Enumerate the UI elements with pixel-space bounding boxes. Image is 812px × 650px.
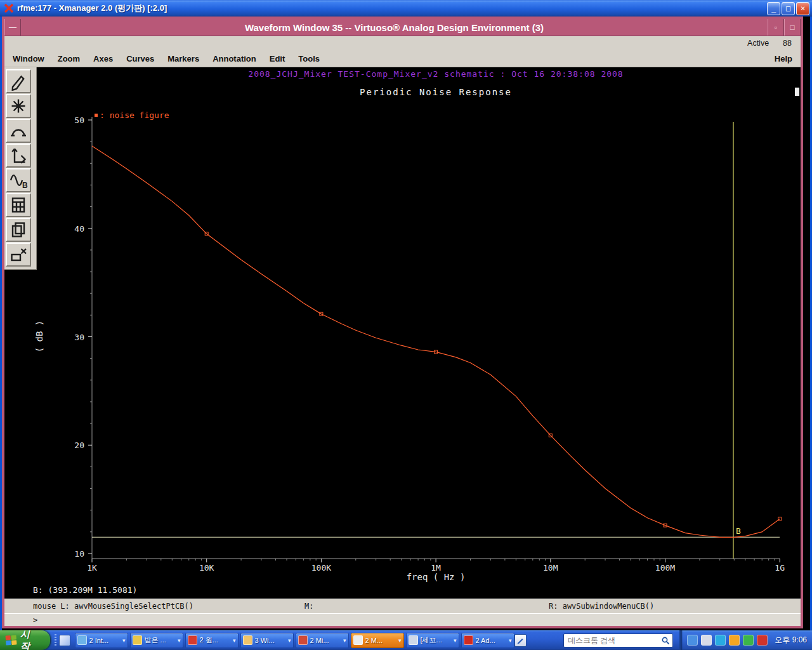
quick-launch-icon[interactable] xyxy=(59,635,70,646)
waveform-plot[interactable]: 1K10K100K1M10M100M1G1020304050B xyxy=(4,67,801,599)
menu-edit[interactable]: Edit xyxy=(268,53,287,65)
x11-desktop: — Waveform Window 35 -- Virtuoso® Analog… xyxy=(0,17,812,630)
taskbar-button-internet-explorer[interactable]: 2 Int...▾ xyxy=(75,633,128,648)
ime-icon[interactable] xyxy=(687,635,698,646)
waveform-titlebar[interactable]: — Waveform Window 35 -- Virtuoso® Analog… xyxy=(4,19,801,36)
chevron-down-icon[interactable]: ▾ xyxy=(343,637,346,644)
magnifier-icon[interactable] xyxy=(661,636,670,645)
xmanager-titlebar[interactable]: rfme:177 - Xmanager 2.0 (평가판) [:2.0] _ □… xyxy=(0,0,812,17)
chevron-down-icon[interactable]: ▾ xyxy=(122,637,126,644)
xmanager-title: rfme:177 - Xmanager 2.0 (평가판) [:2.0] xyxy=(17,3,767,14)
marker-b-label: B xyxy=(736,526,741,536)
marker-b-readout: B: (393.209M 11.5081) xyxy=(33,585,137,595)
task-button-group: 2 Int...▾받은 ...▾2 원...▾3 Wi...▾2 Mi...▾2… xyxy=(75,633,514,648)
display-icon[interactable] xyxy=(701,635,712,646)
taskbar-button-acrobat[interactable]: 2 Ad...▾ xyxy=(461,633,514,648)
x-tick-label: 100M xyxy=(655,563,675,573)
menu-list: WindowZoomAxesCurvesMarkersAnnotationEdi… xyxy=(11,53,331,64)
erase-tool-button[interactable] xyxy=(6,242,31,267)
active-row: Active 88 xyxy=(4,36,801,50)
start-button[interactable]: 시작 xyxy=(0,630,50,650)
clock[interactable]: 오후 9:06 xyxy=(775,635,807,646)
taskbar-button-folder[interactable]: 3 Wi...▾ xyxy=(240,633,294,648)
y-tick-label: 10 xyxy=(74,549,84,559)
legend-noise-figure[interactable]: : noise figure xyxy=(95,110,169,120)
mouse-bindings-bar: mouse L: awvMouseSingleSelectPtCB() M: R… xyxy=(4,599,801,613)
chevron-down-icon[interactable]: ▾ xyxy=(509,637,512,644)
arc-tool-button[interactable] xyxy=(6,119,31,143)
taskbar-button-office-doc[interactable]: 2 Mi...▾ xyxy=(296,633,349,648)
app-window-icon xyxy=(353,635,363,645)
y-tick-label: 40 xyxy=(74,224,84,234)
xmanager-icon xyxy=(4,3,14,13)
menu-annotation[interactable]: Annotation xyxy=(211,53,258,65)
prompt-symbol: > xyxy=(33,616,37,625)
taskbar-button-xmanager[interactable]: 2 원...▾ xyxy=(185,633,239,648)
messenger-icon[interactable] xyxy=(715,635,726,646)
menu-window[interactable]: Window xyxy=(11,53,46,65)
folder-icon xyxy=(243,635,252,645)
close-button[interactable]: × xyxy=(796,2,809,15)
plot-region: 1K10K100K1M10M100M1G1020304050B 2008_JCH… xyxy=(4,67,801,599)
chevron-down-icon[interactable]: ▾ xyxy=(454,637,457,644)
grip-handle[interactable] xyxy=(55,634,56,647)
active-count: 88 xyxy=(783,39,792,48)
copy-window-tool-button[interactable] xyxy=(6,218,31,242)
menu-markers[interactable]: Markers xyxy=(166,53,201,65)
noise-figure-curve[interactable] xyxy=(92,146,780,537)
y-axis-label: ( dB ) xyxy=(34,308,44,365)
subwindow-indicator[interactable] xyxy=(795,88,799,96)
crosshair-star-tool-button[interactable] xyxy=(6,94,31,118)
window-menu-button[interactable]: — xyxy=(4,19,21,36)
x-tick-label: 1G xyxy=(775,563,785,573)
x-axis-label: freq ( Hz ) xyxy=(407,572,466,582)
y-tick-label: 20 xyxy=(74,441,84,450)
mail-inbox-icon xyxy=(133,635,142,645)
taskbar-button-app-window[interactable]: 2 M...▾ xyxy=(351,633,404,648)
notepad-icon xyxy=(409,635,418,645)
menu-curves[interactable]: Curves xyxy=(124,53,156,65)
update-icon[interactable] xyxy=(729,635,740,646)
minimize-button[interactable]: _ xyxy=(767,2,780,15)
xmanager-icon xyxy=(188,635,197,645)
chevron-down-icon[interactable]: ▾ xyxy=(398,637,402,644)
x-tick-label: 1K xyxy=(87,563,97,573)
antivirus-icon[interactable] xyxy=(743,635,754,646)
wf-maximize-button[interactable]: □ xyxy=(784,19,801,36)
taskbar-button-label: 받은 ... xyxy=(145,635,178,645)
deskbar-options-icon[interactable] xyxy=(514,634,527,647)
taskbar-button-notepad[interactable]: [세꼬...▾ xyxy=(406,633,459,648)
taskbar-button-mail-inbox[interactable]: 받은 ...▾ xyxy=(130,633,183,648)
pencil-tool-button[interactable] xyxy=(6,69,31,93)
legend-label: : noise figure xyxy=(100,110,169,120)
alert-icon[interactable] xyxy=(757,635,768,646)
calculator-tool-button[interactable] xyxy=(6,193,31,217)
y-tick-label: 30 xyxy=(74,333,84,342)
chevron-down-icon[interactable]: ▾ xyxy=(233,637,236,644)
waveform-b-tool-button[interactable]: B xyxy=(6,168,31,192)
start-label: 시작 xyxy=(20,628,39,650)
waveform-window-title: Waveform Window 35 -- Virtuoso® Analog D… xyxy=(21,19,768,36)
screen: rfme:177 - Xmanager 2.0 (평가판) [:2.0] _ □… xyxy=(0,0,812,650)
windows-flag-icon xyxy=(5,635,16,645)
menu-help[interactable]: Help xyxy=(773,53,794,65)
menu-zoom[interactable]: Zoom xyxy=(56,53,82,65)
internet-explorer-icon xyxy=(77,635,87,645)
chevron-down-icon[interactable]: ▾ xyxy=(288,637,291,644)
chevron-down-icon[interactable]: ▾ xyxy=(178,637,181,644)
menubar: WindowZoomAxesCurvesMarkersAnnotationEdi… xyxy=(4,50,801,67)
tray-icon-group xyxy=(687,635,768,646)
restore-button[interactable]: □ xyxy=(782,2,795,15)
office-doc-icon xyxy=(298,635,308,645)
command-prompt[interactable]: > xyxy=(4,613,801,626)
menu-axes[interactable]: Axes xyxy=(91,53,115,65)
desktop-search-input[interactable] xyxy=(566,635,661,646)
svg-text:B: B xyxy=(22,181,28,190)
taskbar-button-label: 2 원... xyxy=(200,635,233,645)
desktop-search-box[interactable] xyxy=(563,633,673,647)
x-tick-label: 100K xyxy=(311,563,331,573)
menu-tools[interactable]: Tools xyxy=(296,53,322,65)
swap-axes-tool-button[interactable] xyxy=(6,143,31,168)
wf-minimize-button[interactable]: ▫ xyxy=(768,19,784,36)
y-tick-label: 50 xyxy=(74,116,84,125)
